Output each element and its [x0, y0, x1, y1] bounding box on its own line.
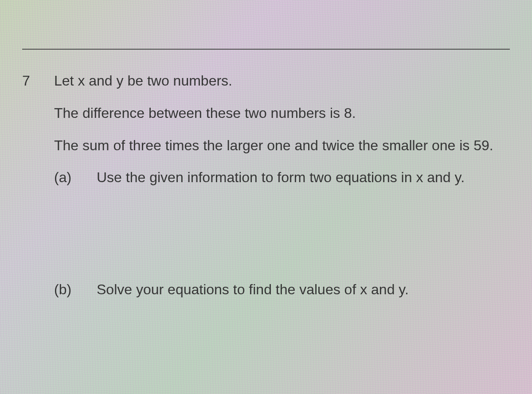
part-a-label: (a): [54, 168, 97, 187]
answer-space-a: [54, 200, 510, 280]
part-b-text: Solve your equations to find the values …: [97, 280, 409, 300]
part-a: (a) Use the given information to form tw…: [54, 168, 510, 187]
part-b: (b) Solve your equations to find the val…: [54, 280, 510, 300]
intro-line-2: The difference between these two numbers…: [54, 103, 510, 123]
section-divider: [22, 49, 510, 50]
answer-space-b: [54, 312, 510, 394]
question-number: 7: [22, 71, 54, 394]
question-block: 7 Let x and y be two numbers. The differ…: [22, 71, 510, 394]
part-a-text: Use the given information to form two eq…: [97, 168, 465, 187]
intro-line-3: The sum of three times the larger one an…: [54, 136, 510, 156]
intro-line-1: Let x and y be two numbers.: [54, 71, 510, 91]
page-content: 7 Let x and y be two numbers. The differ…: [0, 49, 532, 394]
question-body: Let x and y be two numbers. The differen…: [54, 71, 510, 394]
part-b-label: (b): [54, 280, 97, 300]
